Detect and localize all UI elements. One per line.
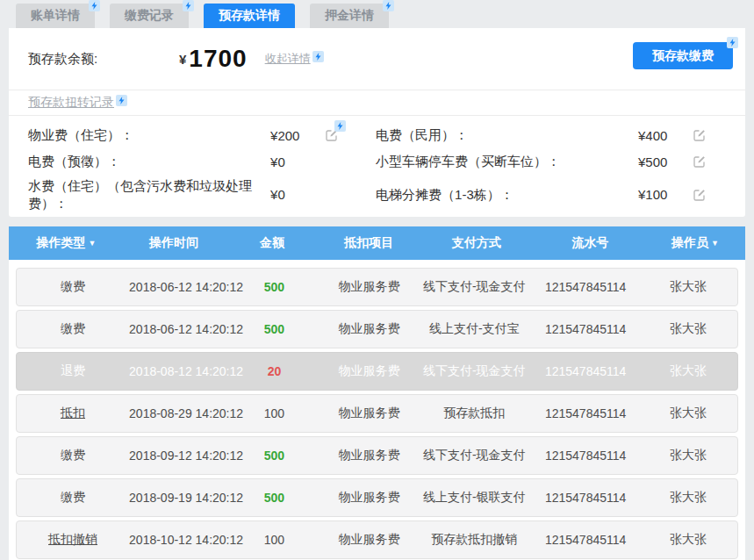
- cell-amount: 500: [227, 449, 322, 463]
- cell-operation-type[interactable]: 抵扣: [17, 406, 129, 421]
- deposit-summary-card: 预存款余额: ¥ 1700 收起详情 预存款缴费 预存款扭转记录 物业费（住宅）…: [9, 28, 745, 217]
- deposit-pay-label: 预存款缴费: [652, 48, 714, 62]
- table-header-label: 金额: [260, 235, 284, 249]
- cell-amount: 100: [227, 406, 322, 420]
- fee-item: 电梯分摊费（1-3栋）： ¥100: [376, 175, 729, 214]
- table-header-label: 流水号: [571, 235, 608, 249]
- cell-operation-time: 2018-08-29 14:20:12: [129, 406, 227, 420]
- fee-grid: 物业费（住宅）： ¥200 电费（民用）： ¥400: [9, 116, 745, 219]
- deposit-pay-button[interactable]: 预存款缴费: [633, 42, 733, 69]
- cell-deduct-item: 物业服务费: [321, 406, 416, 421]
- table-header-cell[interactable]: 操作类型▼: [9, 235, 124, 251]
- cell-deduct-item: 物业服务费: [321, 321, 416, 337]
- cell-payment-method: 预存款抵扣: [417, 406, 532, 421]
- cell-amount: 20: [227, 364, 322, 378]
- fee-value: ¥100: [638, 187, 693, 202]
- table-row[interactable]: 缴费 2018-09-19 14:20:12 500 物业服务费 线上支付-银联…: [16, 478, 738, 517]
- cell-deduct-item: 物业服务费: [321, 363, 416, 379]
- fee-value: ¥0: [270, 154, 325, 169]
- tab[interactable]: 账单详情: [16, 4, 95, 28]
- lightning-badge-icon: [312, 51, 324, 62]
- fee-item: 水费（住宅）（包含污水费和垃圾处理费）： ¥0: [28, 175, 362, 214]
- edit-icon[interactable]: [693, 154, 707, 169]
- cell-operation-type[interactable]: 抵扣撤销: [17, 532, 129, 548]
- table-header-cell[interactable]: 操作时间▼: [124, 235, 224, 251]
- fee-value: ¥0: [270, 187, 325, 202]
- edit-icon[interactable]: [693, 128, 707, 142]
- table-row[interactable]: 缴费 2018-09-12 14:20:12 500 物业服务费 线下支付-现金…: [16, 436, 738, 475]
- fee-value: ¥200: [270, 128, 325, 143]
- cell-amount: 500: [227, 322, 322, 336]
- cell-payment-method: 线上支付-支付宝: [417, 321, 532, 337]
- cell-amount: 100: [227, 533, 322, 547]
- cell-amount: 500: [227, 491, 322, 505]
- fee-item: 电费（预徵）： ¥0: [28, 148, 362, 175]
- cell-operation-type[interactable]: 缴费: [17, 490, 129, 506]
- cell-deduct-item: 物业服务费: [321, 448, 416, 463]
- cell-operator: 张大张: [639, 279, 737, 295]
- table-header-label: 支付方式: [452, 235, 501, 249]
- table-header-cell[interactable]: 流水号▼: [535, 235, 645, 251]
- fee-label: 电费（预徵）：: [28, 153, 270, 170]
- cell-payment-method: 线下支付-现金支付: [417, 363, 532, 379]
- cell-deduct-item: 物业服务费: [321, 532, 416, 548]
- table-header-cell[interactable]: 抵扣项目▼: [320, 235, 418, 251]
- table-header-label: 操作类型: [36, 235, 85, 249]
- cell-operator: 张大张: [639, 406, 737, 421]
- tab-bar: 账单详情 缴费记录 预存款详情 押金详情: [16, 4, 389, 28]
- cell-payment-method: 预存款抵扣撤销: [417, 532, 532, 548]
- lightning-badge-icon: [334, 120, 346, 132]
- tab-label: 押金详情: [325, 8, 374, 24]
- cell-operation-time: 2018-09-19 14:20:12: [129, 491, 227, 505]
- table-row[interactable]: 缴费 2018-06-12 14:20:12 500 物业服务费 线下支付-现金…: [16, 268, 738, 306]
- cell-operation-type[interactable]: 缴费: [17, 448, 129, 463]
- table-row[interactable]: 退费 2018-08-12 14:20:12 20 物业服务费 线下支付-现金支…: [16, 352, 738, 391]
- cell-operation-type[interactable]: 退费: [17, 363, 129, 379]
- tab[interactable]: 预存款详情: [204, 4, 295, 28]
- tab[interactable]: 缴费记录: [110, 4, 189, 28]
- deposit-transfer-records-label: 预存款扭转记录: [28, 95, 114, 111]
- collapse-details-link[interactable]: 收起详情: [265, 51, 324, 67]
- lightning-badge-icon: [727, 37, 738, 48]
- tab-label: 预存款详情: [219, 8, 280, 24]
- fee-label: 小型车辆停车费（买断车位）：: [376, 153, 638, 170]
- table-header-cell[interactable]: 操作员▼: [645, 235, 745, 251]
- cell-serial-number: 121547845114: [532, 322, 639, 336]
- cell-serial-number: 121547845114: [532, 280, 639, 294]
- cell-operator: 张大张: [639, 321, 737, 337]
- cell-payment-method: 线上支付-银联支付: [417, 490, 532, 506]
- cell-operation-type[interactable]: 缴费: [17, 279, 129, 295]
- lightning-badge-icon: [383, 0, 394, 11]
- cell-operation-type[interactable]: 缴费: [17, 321, 129, 337]
- table-row[interactable]: 缴费 2018-06-12 14:20:12 500 物业服务费 线上支付-支付…: [16, 310, 738, 348]
- balance-label: 预存款余额:: [28, 51, 179, 68]
- cell-operator: 张大张: [639, 532, 737, 548]
- caret-down-icon[interactable]: ▼: [711, 239, 719, 248]
- cell-deduct-item: 物业服务费: [321, 279, 416, 295]
- cell-payment-method: 线下支付-现金支付: [417, 279, 532, 295]
- table-body: 缴费 2018-06-12 14:20:12 500 物业服务费 线下支付-现金…: [9, 260, 745, 559]
- edit-icon[interactable]: [693, 188, 707, 202]
- cell-deduct-item: 物业服务费: [321, 490, 416, 506]
- table-row[interactable]: 抵扣 2018-08-29 14:20:12 100 物业服务费 预存款抵扣 1…: [16, 394, 738, 433]
- cell-serial-number: 121547845114: [532, 533, 639, 547]
- table-header-cell[interactable]: 支付方式▼: [418, 235, 535, 251]
- fee-label: 电梯分摊费（1-3栋）：: [376, 186, 638, 204]
- fee-label: 电费（民用）：: [376, 126, 638, 144]
- fee-label: 水费（住宅）（包含污水费和垃圾处理费）：: [28, 177, 270, 212]
- cell-serial-number: 121547845114: [532, 364, 639, 378]
- table-header-cell[interactable]: 金额▼: [224, 235, 320, 251]
- fee-item: 物业费（住宅）： ¥200: [28, 122, 362, 148]
- cell-payment-method: 线下支付-现金支付: [417, 448, 532, 463]
- collapse-details-label: 收起详情: [265, 51, 311, 67]
- lightning-badge-icon: [183, 0, 194, 11]
- balance-amount: 1700: [189, 45, 247, 73]
- deposit-transfer-records-link[interactable]: 预存款扭转记录: [28, 95, 127, 111]
- table-header-label: 抵扣项目: [344, 235, 393, 249]
- tab[interactable]: 押金详情: [310, 4, 389, 28]
- cell-operation-time: 2018-10-12 14:20:12: [129, 533, 227, 547]
- cell-serial-number: 121547845114: [532, 491, 639, 505]
- table-row[interactable]: 抵扣撤销 2018-10-12 14:20:12 100 物业服务费 预存款抵扣…: [16, 521, 738, 559]
- caret-down-icon[interactable]: ▼: [88, 239, 96, 248]
- fee-item: 小型车辆停车费（买断车位）： ¥500: [376, 148, 729, 175]
